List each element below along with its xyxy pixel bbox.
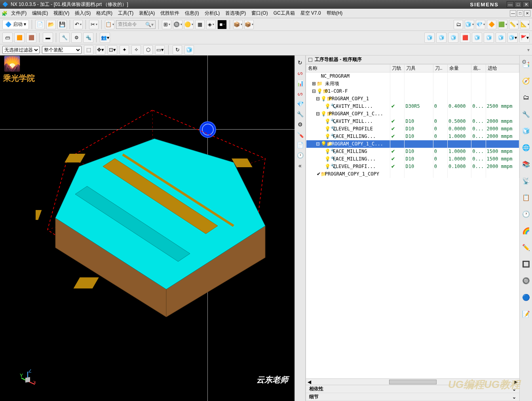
f8[interactable]: ↻ <box>173 45 182 55</box>
graphics-viewport[interactable]: 🌄 乘光学院 云东老师 Z X <box>0 55 294 401</box>
vt-collapse[interactable]: « <box>296 162 304 170</box>
table-row[interactable]: ✔📁 PROGRAM_COPY_1_COPY <box>306 170 519 178</box>
column-header[interactable]: 刀.. <box>433 65 447 73</box>
table-row[interactable]: ⊟💡📁 PROGRAM_COPY_1 <box>306 95 519 103</box>
table-row[interactable]: 💡🔧 FACE_MILLING✔D1001.00000...1500 mmpm <box>306 148 519 155</box>
f1[interactable]: ⬚ <box>84 45 93 55</box>
grid-horizontal-scrollbar[interactable]: ◀▶ <box>306 378 519 385</box>
t2-8[interactable]: 👥▾ <box>100 32 110 43</box>
filter-select-1[interactable]: 无选择过滤器 <box>2 46 40 54</box>
doc-restore-button[interactable]: □ <box>517 10 523 17</box>
t2-5[interactable]: 🔧 <box>59 32 70 43</box>
f3[interactable]: ⊡▾ <box>108 45 117 55</box>
doc-close-button[interactable]: ✕ <box>524 10 530 17</box>
menu-xingkong[interactable]: 星空 V7.0 <box>298 9 323 17</box>
save-button[interactable]: 💾 <box>57 20 67 29</box>
table-row[interactable]: NC_PROGRAM <box>306 73 519 80</box>
cam-3[interactable]: 🧊 <box>448 32 458 43</box>
rb-7[interactable]: 📡 <box>521 176 531 185</box>
rb-14[interactable]: 🔵 <box>521 292 531 302</box>
cam-6[interactable]: 🧊 <box>484 32 494 43</box>
cam-5[interactable]: 🧊 <box>472 32 482 43</box>
dependency-section[interactable]: 相依性⌄ <box>306 385 519 393</box>
rb-9[interactable]: 🕐 <box>521 209 531 219</box>
vt-clock[interactable]: 🕐 <box>296 151 304 159</box>
rb-8[interactable]: 📋 <box>521 193 531 202</box>
util5-button[interactable]: 🟩 <box>498 20 507 29</box>
vt-sheet[interactable]: 📄 <box>296 141 304 149</box>
menu-view[interactable]: 视图(V) <box>51 9 72 17</box>
settings-gear-icon[interactable]: ⚙ <box>522 59 529 66</box>
f6[interactable]: ⬡ <box>143 45 153 55</box>
render-button[interactable]: 🔘 <box>173 20 182 29</box>
table-row[interactable]: 💡🔧 ZLEVEL_PROFI...✔D1000.10000...2000 mm… <box>306 163 519 170</box>
maximize-button[interactable]: □ <box>515 1 522 8</box>
table-row[interactable]: 💡🔧 FACE_MILLING...✔D1001.00000...1500 mm… <box>306 155 519 163</box>
operations-grid[interactable]: 名称刀轨刀具刀..余量底..进给 NC_PROGRAM ⊞📁 未用项 ⊟💡📁 0… <box>306 64 519 378</box>
f4[interactable]: ✦ <box>120 45 129 55</box>
vt-sort[interactable]: ᔕ <box>296 90 304 97</box>
table-row[interactable]: ⊟💡📁 01-COR-F <box>306 88 519 95</box>
t2-1[interactable]: 🗃 <box>2 32 13 43</box>
display-button[interactable]: ⊞ <box>162 20 171 29</box>
lay-button[interactable]: ◈ <box>206 20 216 29</box>
filter-select-2[interactable]: 整个装配 <box>42 46 82 54</box>
menu-assembly[interactable]: 装配(A) <box>137 9 157 17</box>
menu-preferences[interactable]: 首选项(P) <box>223 9 248 17</box>
menu-yousheng[interactable]: 优胜软件 <box>158 9 182 17</box>
menu-insert[interactable]: 插入(S) <box>72 9 93 17</box>
f7[interactable]: ▭▾ <box>155 45 165 55</box>
command-search[interactable]: 查找命令🔍▾ <box>116 20 156 29</box>
cam-4[interactable]: 🟥 <box>460 32 470 43</box>
close-button[interactable]: ✕ <box>522 1 530 8</box>
undo-button[interactable]: ↶ <box>73 20 83 29</box>
vt-drill[interactable]: 🪛 <box>296 131 304 139</box>
util4-button[interactable]: 🔶 <box>487 20 496 29</box>
vt-post[interactable]: ⚙ <box>296 120 304 128</box>
table-row[interactable]: 💡🔧 CAVITY_MILL...✔D30R500.40000...2500 m… <box>306 103 519 110</box>
wire-button[interactable]: ▦ <box>195 20 205 29</box>
util1-button[interactable]: 🗂 <box>454 20 463 29</box>
util7-button[interactable]: 📐 <box>520 20 530 29</box>
open-button[interactable]: 📂 <box>46 20 56 29</box>
util3-button[interactable]: 💎 <box>476 20 485 29</box>
box2-button[interactable]: 📦 <box>244 20 254 29</box>
menu-gctoolbox[interactable]: GC工具箱 <box>271 9 297 17</box>
new-button[interactable]: 📄 <box>35 20 45 29</box>
util2-button[interactable]: 🧊 <box>465 20 474 29</box>
box1-button[interactable]: 📦 <box>233 20 243 29</box>
flag-button[interactable]: 🚩▾ <box>519 32 530 43</box>
rb-4[interactable]: 🧊 <box>521 126 531 136</box>
vt-tool[interactable]: 🔧 <box>296 110 304 118</box>
rb-11[interactable]: ✏️ <box>521 243 531 252</box>
menu-help[interactable]: 帮助(H) <box>324 9 345 17</box>
cam-8[interactable]: 🧊▾ <box>507 32 518 43</box>
paste-button[interactable]: 📋 <box>105 20 114 29</box>
f2[interactable]: ✥▾ <box>96 45 105 55</box>
rb-15[interactable]: 📝 <box>521 309 531 319</box>
cam-2[interactable]: 🧊 <box>436 32 446 43</box>
column-header[interactable]: 底.. <box>471 65 486 73</box>
rb-10[interactable]: 🌈 <box>521 226 531 235</box>
rb-6[interactable]: 📚 <box>521 159 531 169</box>
menu-tools[interactable]: 工具(T) <box>116 9 136 17</box>
table-row[interactable]: 💡🔧 FACE_MILLING...✔D1001.00000...2000 mm… <box>306 133 519 140</box>
table-row[interactable]: ⊞📁 未用项 <box>306 80 519 88</box>
rb-13[interactable]: 🔘 <box>521 276 531 285</box>
menu-edit[interactable]: 编辑(E) <box>30 9 50 17</box>
t2-4[interactable]: ▬ <box>43 32 53 43</box>
table-row[interactable]: ⊟💡📁 PROGRAM_COPY_1_C... <box>306 140 519 148</box>
cam-1[interactable]: 🧊 <box>424 32 435 43</box>
rb-12[interactable]: 🔲 <box>521 259 531 269</box>
details-section[interactable]: 细节⌄ <box>306 393 519 401</box>
table-row[interactable]: 💡🔧 CAVITY_MILL...✔D1000.50000...2000 mmp… <box>306 118 519 125</box>
t2-3[interactable]: 🟫 <box>26 32 36 43</box>
util6-button[interactable]: 📏 <box>509 20 519 29</box>
rb-1[interactable]: 🧭 <box>521 76 531 86</box>
cut-button[interactable]: ✂ <box>89 20 99 29</box>
vt-sim[interactable]: 💎 <box>296 100 304 108</box>
vt-refresh[interactable]: ↻ <box>296 59 304 67</box>
rb-3[interactable]: 🔧 <box>521 109 531 119</box>
color-button[interactable]: ■ <box>217 20 227 29</box>
overflow-chevron[interactable]: ▾ <box>527 47 530 53</box>
